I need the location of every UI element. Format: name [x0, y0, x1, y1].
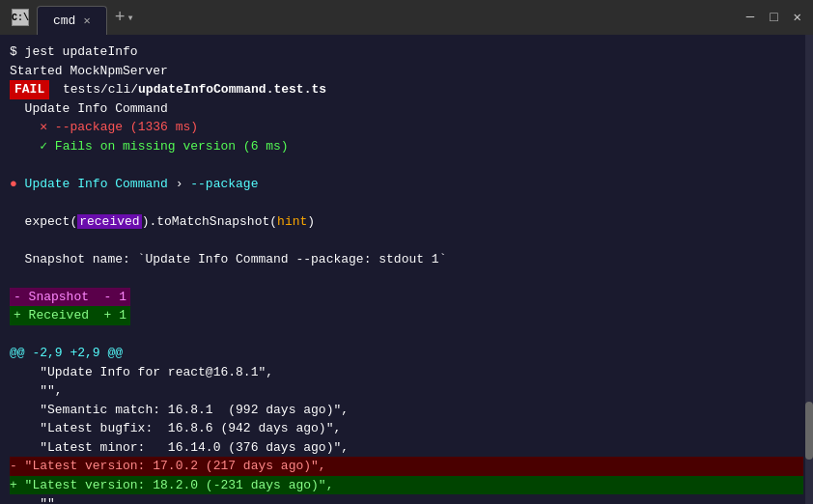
fail-badge: FAIL	[10, 80, 49, 99]
cmd-icon-text: C:\	[12, 13, 29, 23]
line-ctx-4: "Latest bugfix: 16.8.6 (942 days ago)",	[10, 419, 803, 438]
tab-area: cmd ✕ + ▾	[37, 0, 746, 35]
line-diff-plus: + "Latest version: 18.2.0 (-231 days ago…	[10, 476, 803, 495]
line-blank-2	[10, 193, 803, 212]
diff-plus-header: + Received + 1	[10, 306, 130, 325]
terminal-window: C:\ cmd ✕ + ▾ ─ □ ✕ $ jest updateInfo St…	[0, 0, 813, 504]
line-ctx-5: "Latest minor: 16.14.0 (376 days ago)",	[10, 438, 803, 458]
line-ctx-2: "",	[10, 381, 803, 401]
line-test-fail: ✕ --package (1336 ms)	[10, 118, 803, 137]
line-fail: FAIL tests/cli/updateInfoCommand.test.ts	[10, 80, 803, 99]
scrollbar[interactable]	[805, 35, 813, 504]
line-test-pass: ✓ Fails on missing version (6 ms)	[10, 137, 803, 156]
line-blank-1	[10, 155, 803, 175]
line-ctx-6: "",	[10, 494, 803, 504]
tab-close-button[interactable]: ✕	[83, 15, 90, 27]
line-diff-minus-header: - Snapshot - 1	[10, 288, 803, 307]
scrollbar-thumb[interactable]	[805, 402, 813, 460]
received-highlight: received	[77, 214, 141, 229]
line-snapshot-name: Snapshot name: `Update Info Command --pa…	[10, 250, 803, 269]
line-suite-name: Update Info Command	[10, 99, 803, 119]
line-bullet: ● Update Info Command › --package	[10, 175, 803, 194]
new-tab-button[interactable]: +	[115, 8, 126, 27]
terminal-output: $ jest updateInfo Started MockNpmServer …	[0, 35, 813, 504]
line-blank-3	[10, 231, 803, 250]
maximize-button[interactable]: □	[770, 11, 777, 24]
tab-cmd[interactable]: cmd ✕	[37, 6, 107, 35]
line-jest-cmd: $ jest updateInfo	[10, 42, 803, 62]
line-blank-5	[10, 325, 803, 345]
tab-label: cmd	[53, 14, 75, 28]
line-diff-plus-header: + Received + 1	[10, 306, 803, 325]
diff-minus-header: - Snapshot - 1	[10, 288, 130, 307]
line-hunk: @@ -2,9 +2,9 @@	[10, 344, 803, 363]
line-diff-minus: - "Latest version: 17.0.2 (217 days ago)…	[10, 457, 803, 476]
line-expect: expect(received).toMatchSnapshot(hint)	[10, 212, 803, 232]
line-ctx-3: "Semantic match: 16.8.1 (992 days ago)",	[10, 401, 803, 420]
close-button[interactable]: ✕	[794, 11, 801, 24]
window-controls: ─ □ ✕	[746, 11, 801, 24]
titlebar: C:\ cmd ✕ + ▾ ─ □ ✕	[0, 0, 813, 35]
line-ctx-1: "Update Info for react@16.8.1",	[10, 363, 803, 382]
cmd-icon: C:\	[12, 9, 29, 26]
line-mock-server: Started MockNpmServer	[10, 62, 803, 81]
tab-dropdown-button[interactable]: ▾	[126, 11, 133, 25]
minimize-button[interactable]: ─	[746, 11, 754, 24]
line-blank-4	[10, 268, 803, 288]
